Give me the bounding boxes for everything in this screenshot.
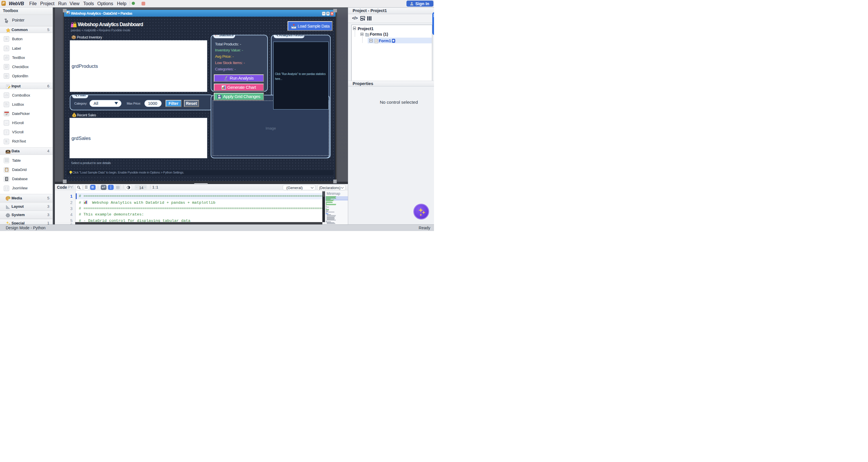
- svg-text:17: 17: [5, 113, 8, 115]
